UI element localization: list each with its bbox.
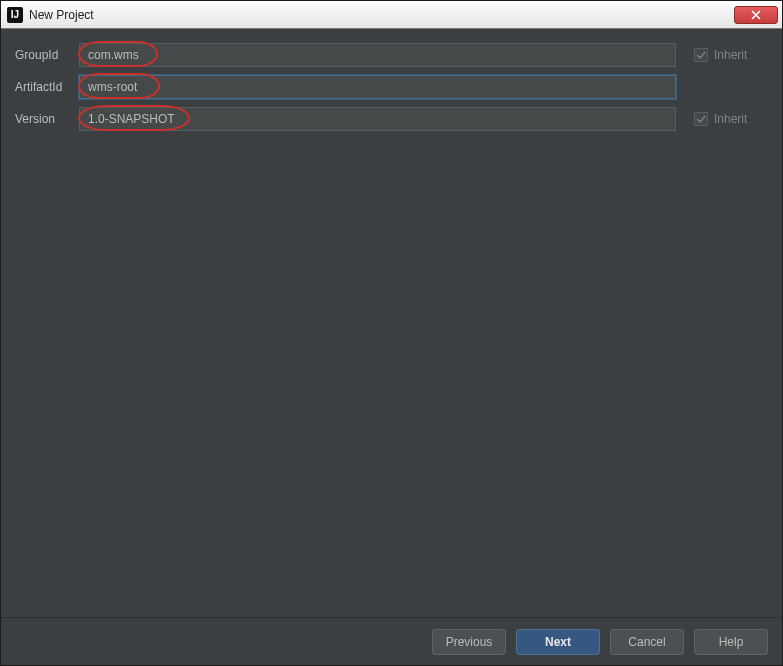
close-button[interactable] [734,6,778,24]
version-input[interactable] [79,107,676,131]
app-icon: IJ [7,7,23,23]
groupid-row: GroupId Inherit [15,43,768,67]
new-project-dialog: IJ New Project GroupId Inherit ArtifactI… [0,0,783,666]
groupid-label: GroupId [15,48,79,62]
titlebar: IJ New Project [1,1,782,29]
inherit-label: Inherit [714,48,747,62]
artifactid-label: ArtifactId [15,80,79,94]
help-button[interactable]: Help [694,629,768,655]
window-title: New Project [29,8,734,22]
previous-button[interactable]: Previous [432,629,506,655]
next-button[interactable]: Next [516,629,600,655]
version-row: Version Inherit [15,107,768,131]
checkbox-icon [694,112,708,126]
button-bar: Previous Next Cancel Help [1,617,782,665]
artifactid-row: ArtifactId [15,75,768,99]
groupid-field-wrap [79,43,676,67]
version-field-wrap [79,107,676,131]
cancel-button[interactable]: Cancel [610,629,684,655]
groupid-input[interactable] [79,43,676,67]
groupid-inherit[interactable]: Inherit [694,48,768,62]
version-inherit[interactable]: Inherit [694,112,768,126]
artifactid-input[interactable] [79,75,676,99]
artifactid-field-wrap [79,75,676,99]
version-label: Version [15,112,79,126]
close-icon [751,10,761,20]
form-content: GroupId Inherit ArtifactId Version [1,29,782,617]
checkbox-icon [694,48,708,62]
inherit-label: Inherit [714,112,747,126]
